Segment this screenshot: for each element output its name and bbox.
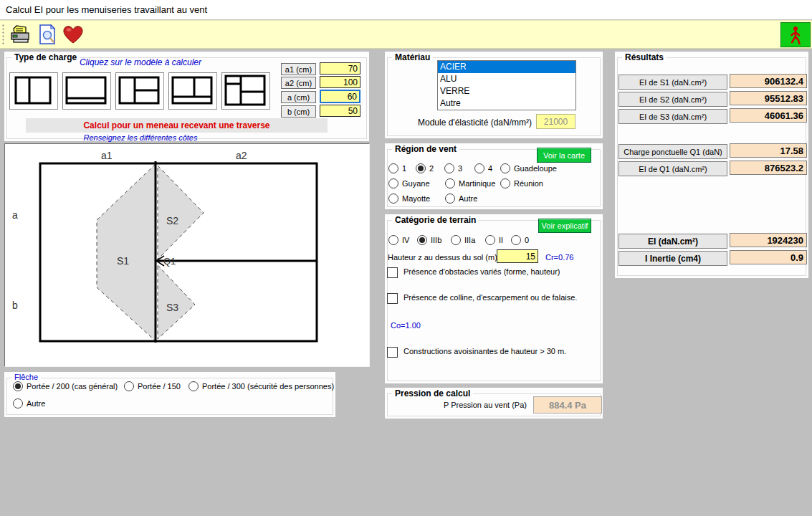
voir-explicatif-button[interactable]: Voir explicatif bbox=[538, 219, 591, 233]
listbox-item-acier[interactable]: ACIER bbox=[438, 61, 575, 73]
exit-walking-person-icon bbox=[788, 26, 803, 44]
result-label-ei-s3: EI de S3 (daN.cm²) bbox=[618, 109, 727, 124]
radio-region-guyane[interactable]: Guyane bbox=[388, 178, 430, 188]
panel-categorie-terrain: Catégorie de terrain Voir explicatif IV … bbox=[385, 214, 603, 383]
panel-materiau: Matériau ACIER ALU VERRE Autre Module d'… bbox=[385, 52, 603, 138]
label-a: a (cm) bbox=[281, 91, 316, 103]
print-icon bbox=[9, 24, 31, 44]
radio-terrain-ii[interactable]: II bbox=[485, 235, 503, 245]
radio-fleche-autre[interactable]: Autre bbox=[13, 398, 45, 408]
diagram-label-s3: S3 bbox=[166, 302, 178, 313]
voir-la-carte-button[interactable]: Voir la carte bbox=[537, 148, 591, 163]
checkbox-colline[interactable]: Présence de colline, d'escarpement ou de… bbox=[387, 293, 577, 304]
listbox-item-verre[interactable]: VERRE bbox=[438, 85, 575, 97]
radio-dot bbox=[124, 381, 134, 391]
radio-region-mayotte[interactable]: Mayotte bbox=[388, 194, 430, 204]
model-5-icon bbox=[222, 73, 268, 108]
radio-terrain-iiia[interactable]: IIIa bbox=[451, 235, 475, 245]
resultats-title: Résultats bbox=[622, 52, 667, 62]
listbox-item-alu[interactable]: ALU bbox=[438, 73, 575, 85]
result-label-ei-s1: EI de S1 (daN.cm²) bbox=[618, 75, 727, 90]
print-preview-button[interactable] bbox=[36, 23, 59, 46]
radio-terrain-iiib[interactable]: IIIb bbox=[417, 235, 441, 245]
model-thumbnail-3[interactable] bbox=[115, 72, 164, 110]
region-title: Région de vent bbox=[392, 144, 459, 154]
cr-value: Cr=0.76 bbox=[545, 253, 573, 262]
result-value-ei-s1: 906132.4 bbox=[730, 74, 807, 88]
checkbox-obstacles[interactable]: Présence d'obstacles variés (forme, haut… bbox=[387, 267, 560, 278]
result-value-ei-total: 1924230 bbox=[730, 233, 807, 247]
diagram-label-a: a bbox=[12, 209, 18, 221]
label-a2: a2 (cm) bbox=[281, 77, 316, 89]
terrain-title: Catégorie de terrain bbox=[392, 215, 479, 225]
diagram-label-a1: a1 bbox=[101, 150, 113, 161]
load-diagram-drawing: a1 a2 a b S1 S2 S3 Q1 bbox=[5, 144, 369, 366]
diagram-label-s2: S2 bbox=[166, 215, 178, 226]
radio-terrain-iv[interactable]: IV bbox=[388, 235, 409, 245]
result-label-ei-q1: EI de Q1 (daN.cm²) bbox=[618, 161, 727, 176]
model-2-icon bbox=[63, 73, 109, 108]
model-thumbnail-5[interactable] bbox=[221, 72, 270, 110]
toolbar-grip[interactable] bbox=[1, 24, 6, 45]
panel-region-de-vent: Région de vent Voir la carte 1 2 3 4 Gua… bbox=[385, 143, 603, 209]
radio-region-martinique[interactable]: Martinique bbox=[445, 178, 495, 188]
fleche-title: Flêche bbox=[11, 373, 41, 381]
materiau-listbox[interactable]: ACIER ALU VERRE Autre bbox=[437, 60, 576, 110]
radio-portee-200[interactable]: Portée / 200 (cas général) bbox=[13, 381, 118, 391]
panel-resultats: Résultats EI de S1 (daN.cm²) 906132.4 EI… bbox=[615, 52, 808, 278]
listbox-item-autre[interactable]: Autre bbox=[438, 97, 575, 110]
model-3-icon bbox=[116, 73, 162, 108]
radio-region-autre[interactable]: Autre bbox=[445, 194, 477, 204]
hauteur-z-field[interactable]: 15 bbox=[497, 249, 538, 263]
co-value: Co=1.00 bbox=[391, 321, 421, 330]
label-b: b (cm) bbox=[281, 105, 316, 118]
pression-value: 884.4 Pa bbox=[533, 396, 602, 414]
window-titlebar: Calcul EI pour les menuiseries travailla… bbox=[0, 0, 812, 19]
checkbox-constructions[interactable]: Constructions avoisinantes de hauteur > … bbox=[387, 347, 566, 358]
panel-fleche: Flêche Portée / 200 (cas général) Portée… bbox=[4, 372, 335, 417]
heart-icon bbox=[62, 24, 85, 44]
result-label-charge-q1: Charge ponctuelle Q1 (daN) bbox=[618, 144, 727, 159]
model-thumbnail-2[interactable] bbox=[62, 72, 111, 110]
model-1-icon bbox=[10, 73, 56, 108]
diagram-label-q1: Q1 bbox=[163, 256, 176, 267]
result-label-inertie: I Inertie (cm4) bbox=[618, 251, 727, 266]
label-a1: a1 (cm) bbox=[281, 63, 316, 75]
exit-button[interactable] bbox=[780, 22, 811, 47]
application-window: Calcul EI pour les menuiseries travailla… bbox=[0, 0, 812, 516]
print-preview-icon bbox=[37, 24, 57, 45]
radio-region-2[interactable]: 2 bbox=[416, 163, 434, 173]
module-elasticite-field[interactable]: 21000 bbox=[536, 114, 575, 129]
radio-portee-150[interactable]: Portée / 150 bbox=[124, 381, 181, 391]
result-value-ei-s2: 95512.83 bbox=[730, 91, 807, 105]
model-4-icon bbox=[169, 73, 215, 108]
model-thumbnail-1[interactable] bbox=[9, 72, 58, 110]
radio-region-1[interactable]: 1 bbox=[388, 163, 406, 173]
result-value-ei-s3: 46061.36 bbox=[730, 108, 807, 123]
radio-region-3[interactable]: 3 bbox=[444, 163, 462, 173]
load-diagram: a1 a2 a b S1 S2 S3 Q1 bbox=[4, 143, 370, 367]
model-thumbnail-4[interactable] bbox=[168, 72, 217, 110]
panel-type-de-charge: Type de charge Cliquez sur le modèle à c… bbox=[4, 52, 369, 141]
pression-title: Pression de calcul bbox=[392, 388, 473, 398]
materiau-title: Matériau bbox=[392, 52, 433, 62]
radio-region-reunion[interactable]: Réunion bbox=[500, 178, 543, 188]
radio-dot bbox=[13, 398, 23, 408]
model-description-banner: Calcul pour un meneau recevant une trave… bbox=[26, 118, 328, 133]
favorite-button[interactable] bbox=[62, 23, 85, 46]
radio-terrain-0[interactable]: 0 bbox=[511, 235, 529, 245]
module-elasticite-label: Module d'élasticité (daN/mm²) bbox=[406, 118, 532, 128]
print-button[interactable] bbox=[9, 23, 32, 46]
pression-label: P Pression au vent (Pa) bbox=[444, 401, 527, 409]
window-title: Calcul EI pour les menuiseries travailla… bbox=[6, 4, 207, 15]
input-a[interactable]: 60 bbox=[320, 90, 360, 103]
input-a1[interactable]: 70 bbox=[320, 62, 360, 75]
radio-region-4[interactable]: 4 bbox=[474, 163, 492, 173]
input-b[interactable]: 50 bbox=[320, 105, 360, 117]
result-value-ei-q1: 876523.2 bbox=[730, 161, 807, 175]
input-a2[interactable]: 100 bbox=[320, 76, 360, 88]
type-de-charge-title: Type de charge bbox=[11, 52, 80, 62]
result-value-inertie: 0.9 bbox=[730, 250, 807, 264]
radio-region-guadeloupe[interactable]: Guadeloupe bbox=[500, 163, 557, 173]
radio-portee-300[interactable]: Portée / 300 (sécurité des personnes) bbox=[188, 381, 334, 391]
